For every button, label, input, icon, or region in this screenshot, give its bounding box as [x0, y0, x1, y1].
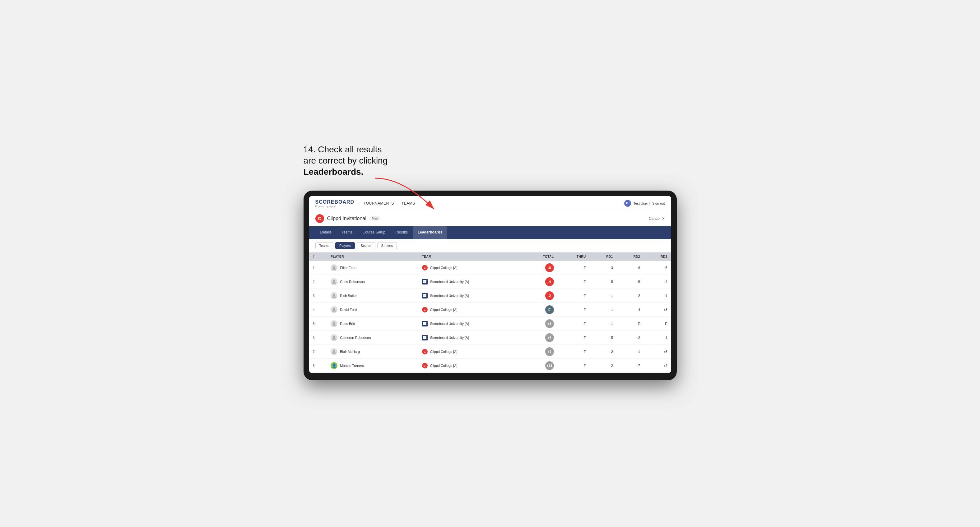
score-badge: +6 [545, 333, 554, 342]
col-thru: THRU [558, 252, 590, 261]
cell-player: Cameron Robertson [327, 330, 418, 344]
table-row: 7Blair McHargCClippd College [A]+9F+2+1+… [309, 344, 671, 359]
cell-rd2: +1 [617, 344, 644, 359]
col-team: TEAM [418, 252, 522, 261]
cell-player: Elliot Ebert [327, 261, 418, 275]
filter-teams[interactable]: Teams [315, 242, 333, 249]
cell-rd2: +5 [617, 275, 644, 289]
instruction-line2: are correct by clicking [304, 156, 388, 165]
user-label: Test User | [633, 202, 650, 205]
cell-rd2: -2 [617, 289, 644, 303]
cell-rank: 7 [309, 344, 327, 359]
player-avatar: 👤 [331, 362, 337, 369]
sign-out-link[interactable]: Sign out [652, 202, 665, 205]
cell-thru: F [558, 289, 590, 303]
team-name: Clippd College [A] [430, 308, 458, 311]
tablet-frame: SCOREBOARD Powered by clippd TOURNAMENTS… [304, 190, 677, 380]
cancel-button[interactable]: Cancel ✕ [649, 216, 665, 221]
cell-team: Scoreboard University [A] [418, 289, 522, 303]
player-name: David Ford [340, 308, 357, 311]
leaderboard-table: # PLAYER TEAM TOTAL THRU RD1 RD2 RD3 1El… [309, 252, 671, 373]
cell-rd3: +6 [644, 344, 671, 359]
svg-point-3 [333, 294, 335, 296]
cell-thru: F [558, 303, 590, 316]
tab-results[interactable]: Results [390, 226, 413, 239]
player-avatar [331, 334, 337, 341]
col-rank: # [309, 252, 327, 261]
team-name: Scoreboard University [A] [430, 336, 469, 340]
cell-team: CClippd College [A] [418, 303, 522, 316]
score-badge: +11 [545, 361, 554, 370]
nav-link-tournaments[interactable]: TOURNAMENTS [364, 200, 394, 207]
col-total: TOTAL [522, 252, 558, 261]
player-name: Elliot Ebert [340, 266, 356, 270]
tab-course-setup[interactable]: Course Setup [358, 226, 390, 239]
instruction-bold: Leaderboards. [304, 167, 364, 176]
cell-team: Scoreboard University [A] [418, 275, 522, 289]
team-logo-clippd: C [422, 307, 428, 313]
filter-players[interactable]: Players [335, 242, 355, 249]
cell-thru: F [558, 261, 590, 275]
player-avatar [331, 320, 337, 327]
table-row: 3Rich ButlerScoreboard University [A]-2F… [309, 289, 671, 303]
svg-point-6 [333, 336, 335, 338]
col-rd1: RD1 [590, 252, 617, 261]
tab-details[interactable]: Details [315, 226, 337, 239]
cell-rd3: -1 [644, 330, 671, 344]
cell-team: CClippd College [A] [418, 261, 522, 275]
cell-rd1: -5 [590, 275, 617, 289]
score-badge: +9 [545, 347, 554, 356]
score-badge: +1 [545, 319, 554, 328]
cell-rd2: +2 [617, 330, 644, 344]
tournament-name: Clippd Invitational [327, 216, 366, 221]
team-logo-scoreboard [422, 321, 428, 327]
cell-total: +11 [522, 359, 558, 373]
cell-player: David Ford [327, 303, 418, 316]
team-logo-clippd: C [422, 265, 428, 270]
team-name: Scoreboard University [A] [430, 280, 469, 284]
player-avatar [331, 306, 337, 313]
top-nav: SCOREBOARD Powered by clippd TOURNAMENTS… [309, 196, 671, 211]
cell-rd1: +3 [590, 261, 617, 275]
filter-row: Teams Players Scores Strokes [309, 239, 671, 252]
team-logo-scoreboard [422, 279, 428, 284]
cell-total: +6 [522, 330, 558, 344]
player-avatar [331, 278, 337, 285]
player-name: Cameron Robertson [340, 336, 371, 340]
cell-total: +9 [522, 344, 558, 359]
cell-rd2: E [617, 316, 644, 330]
table-row: 5Rees BrittScoreboard University [A]+1F+… [309, 316, 671, 330]
cell-rank: 1 [309, 261, 327, 275]
filter-strokes[interactable]: Strokes [377, 242, 397, 249]
tournament-badge: Men [369, 216, 380, 221]
svg-point-4 [333, 308, 335, 310]
cell-thru: F [558, 344, 590, 359]
tab-bar: Details Teams Course Setup Results Leade… [309, 226, 671, 239]
logo-text: SCOREBOARD [315, 199, 355, 205]
player-name: Chris Robertson [340, 280, 364, 284]
filter-scores[interactable]: Scores [357, 242, 375, 249]
player-name: Blair McHarg [340, 350, 360, 354]
col-rd2: RD2 [617, 252, 644, 261]
cell-total: +1 [522, 316, 558, 330]
team-name: Clippd College [A] [430, 266, 458, 270]
cell-team: Scoreboard University [A] [418, 330, 522, 344]
tab-teams[interactable]: Teams [337, 226, 357, 239]
tab-leaderboards[interactable]: Leaderboards [413, 226, 447, 239]
user-avatar: TU [624, 200, 631, 207]
cell-player: Chris Robertson [327, 275, 418, 289]
team-logo-clippd: C [422, 349, 428, 354]
nav-link-teams[interactable]: TEAMS [401, 200, 415, 207]
team-name: Clippd College [A] [430, 364, 458, 368]
cell-thru: F [558, 316, 590, 330]
cell-player: Rich Butler [327, 289, 418, 303]
cell-rd1: +1 [590, 289, 617, 303]
score-badge: E [545, 305, 554, 314]
cell-team: CClippd College [A] [418, 359, 522, 373]
cell-rd3: -5 [644, 261, 671, 275]
cell-rank: 4 [309, 303, 327, 316]
instruction-line1: 14. Check all results [304, 144, 382, 154]
logo-sub: Powered by clippd [315, 205, 355, 208]
player-avatar [331, 292, 337, 299]
cell-rd3: -4 [644, 275, 671, 289]
